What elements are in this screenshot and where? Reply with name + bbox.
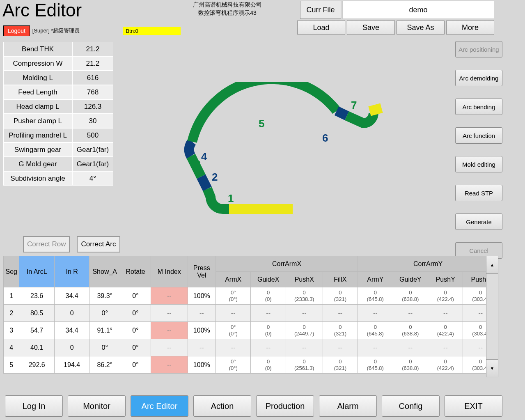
- nav-config[interactable]: Config: [382, 395, 440, 417]
- svg-text:6: 6: [322, 132, 328, 144]
- svg-text:2: 2: [212, 171, 218, 183]
- correct-arc-button[interactable]: Correct Arc: [77, 236, 120, 252]
- param-value[interactable]: 616: [72, 71, 113, 85]
- param-label: G Mold gear: [3, 157, 72, 171]
- logout-button[interactable]: Logout: [3, 25, 30, 36]
- table-row: 3 54.7 34.4 91.1° 0° -- 100% 0°(0°) 0(0)…: [4, 322, 498, 339]
- param-label: Feed Length: [3, 85, 72, 99]
- svg-text:4: 4: [201, 150, 207, 163]
- curr-file-value[interactable]: demo: [342, 1, 494, 19]
- param-label: Molding L: [3, 71, 72, 85]
- nav-arc-editor[interactable]: Arc Editor: [131, 395, 188, 417]
- params-table: Bend THK21.2Compression W21.2Molding L61…: [3, 42, 113, 186]
- nav-monitor[interactable]: Monitor: [68, 395, 126, 417]
- param-value[interactable]: 21.2: [72, 42, 113, 56]
- user-label: [Super] *超级管理员: [32, 27, 80, 34]
- curr-file-label: Curr File: [300, 1, 341, 19]
- param-label: Pusher clamp L: [3, 114, 72, 128]
- svg-text:3: 3: [195, 158, 201, 171]
- svg-text:7: 7: [351, 99, 357, 111]
- load-button[interactable]: Load: [297, 20, 345, 35]
- table-row: 1 23.6 34.4 39.3° 0° -- 100% 0°(0°) 0(0)…: [4, 287, 498, 305]
- param-value[interactable]: 500: [72, 128, 113, 142]
- scroll-up-button[interactable]: ▲: [486, 256, 498, 274]
- correct-row-button[interactable]: Correct Row: [23, 236, 70, 252]
- arc-function-button[interactable]: Arc function: [455, 127, 502, 144]
- nav-login[interactable]: Log In: [5, 395, 63, 417]
- table-row: 4 40.1 0 0° 0° -- -- -- -- -- -- -- -- -…: [4, 339, 498, 356]
- page-title: Arc Editor: [0, 0, 193, 21]
- scroll-track[interactable]: [486, 274, 498, 359]
- arc-bending-button[interactable]: Arc bending: [455, 99, 502, 115]
- arc-positioning-button[interactable]: Arc positioning: [455, 41, 502, 57]
- segment-table[interactable]: Seg In ArcL In R Show_A Rotate M Index P…: [3, 256, 498, 374]
- param-value[interactable]: 21.2: [72, 56, 113, 71]
- param-value[interactable]: 4°: [72, 171, 113, 186]
- scroll-down-button[interactable]: ▼: [486, 359, 498, 377]
- param-label: Bend THK: [3, 42, 72, 56]
- param-value[interactable]: 768: [72, 85, 113, 99]
- param-value[interactable]: Gear1(far): [72, 157, 113, 171]
- save-as-button[interactable]: Save As: [397, 20, 445, 35]
- read-stp-button[interactable]: Read STP: [455, 185, 502, 201]
- nav-action[interactable]: Action: [193, 395, 251, 417]
- mold-editing-button[interactable]: Mold editing: [455, 156, 502, 172]
- svg-text:5: 5: [259, 117, 264, 130]
- param-value[interactable]: 30: [72, 114, 113, 128]
- svg-rect-1: [368, 103, 383, 116]
- svg-rect-0: [229, 204, 293, 214]
- company-info: 广州高谱机械科技有限公司 数控滚弯机程序演示43: [193, 0, 262, 17]
- generate-button[interactable]: Generate: [455, 213, 502, 230]
- btn0-indicator: Btn:0: [123, 27, 181, 35]
- more-button[interactable]: More: [446, 20, 494, 35]
- param-label: Head clamp L: [3, 99, 72, 114]
- arc-preview: 1 2 3 4 5 6 7: [160, 82, 390, 234]
- nav-alarm[interactable]: Alarm: [319, 395, 377, 417]
- nav-production[interactable]: Production: [256, 395, 314, 417]
- param-label: Subdivision angle: [3, 171, 72, 186]
- param-label: Profiling mandrel L: [3, 128, 72, 142]
- svg-text:1: 1: [228, 192, 234, 204]
- save-button[interactable]: Save: [347, 20, 395, 35]
- table-row: 2 80.5 0 0° 0° -- -- -- -- -- -- -- -- -…: [4, 305, 498, 322]
- arc-demolding-button[interactable]: Arc demolding: [455, 70, 502, 86]
- param-value[interactable]: Gear1(far): [72, 142, 113, 157]
- param-value[interactable]: 126.3: [72, 99, 113, 114]
- table-row: 5 292.6 194.4 86.2° 0° -- 100% 0°(0°) 0(…: [4, 356, 498, 374]
- nav-exit[interactable]: EXIT: [445, 395, 502, 417]
- param-label: Compression W: [3, 56, 72, 71]
- param-label: Swingarm gear: [3, 142, 72, 157]
